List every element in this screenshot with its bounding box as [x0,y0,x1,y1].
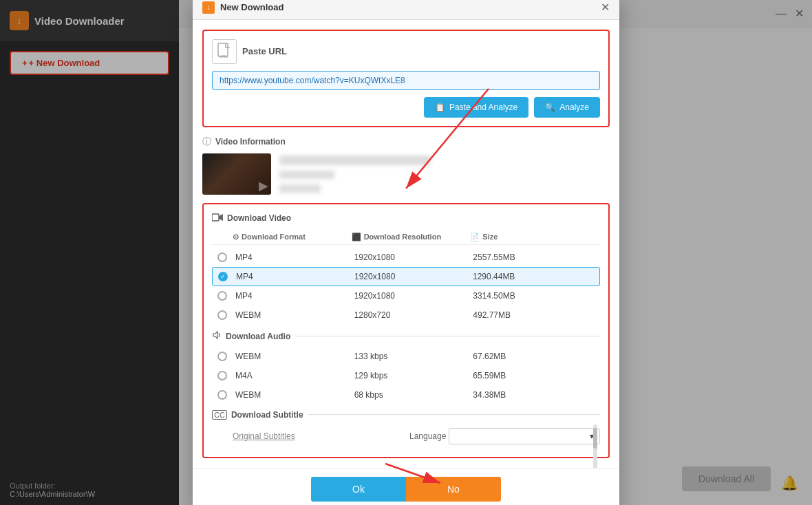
audio-format-2: M4A [233,371,352,380]
format-row-3[interactable]: MP4 1920x1080 3314.50MB [212,286,600,305]
dialog-title-left: ↓ New Download [202,1,284,14]
radio-cell-1 [212,252,233,262]
subtitle-section-header: CC Download Subtitle [212,405,600,424]
radio-cell-2 [213,272,233,281]
scrollbar-track[interactable] [593,425,597,468]
scrollbar-thumb[interactable] [593,428,597,449]
format-row-2[interactable]: MP4 1920x1080 1290.44MB [212,267,600,286]
dialog: ↓ New Download ✕ URL Paste URL [193,0,619,505]
resolution-col-icon: ⬛ [352,233,361,241]
format-col-icon: ⊙ [233,233,239,241]
audio-bitrate-2: 129 kbps [352,371,471,380]
audio-size-2: 65.59MB [470,371,589,380]
audio-radio-3[interactable] [217,390,227,400]
audio-row-2[interactable]: M4A 129 kbps 65.59MB [212,366,600,385]
subtitle-row: Original Subtitles Language ▾ [212,424,600,449]
dialog-logo-icon: ↓ [202,1,215,14]
audio-radio-cell-3 [212,390,233,400]
video-duration-blurred [279,184,321,193]
resolution-cell-2: 1920x1080 [352,272,470,281]
resolution-cell-3: 1920x1080 [352,291,471,301]
video-info-section: ⓘ Video Information ▶ [202,136,610,195]
radio-cell-3 [212,291,233,301]
download-video-label: Download Video [227,213,291,223]
original-subtitles-link[interactable]: Original Subtitles [212,431,403,441]
audio-row-1[interactable]: WEBM 133 kbps 67.62MB [212,347,600,366]
ok-button[interactable]: Ok [311,477,406,502]
audio-divider [295,336,600,336]
format-cell-2: MP4 [233,272,352,281]
audio-bitrate-3: 68 kbps [352,390,471,400]
search-icon: 🔍 [545,103,555,112]
audio-row-3[interactable]: WEBM 68 kbps 34.38MB [212,385,600,405]
dialog-footer: Ok No [193,468,619,506]
format-table-header: ⊙ Download Format ⬛ Download Resolution … [212,230,600,245]
dialog-body: URL Paste URL 📋 Paste and Analyze 🔍 [193,20,619,468]
svg-text:URL: URL [220,54,228,58]
svg-marker-3 [219,214,223,221]
audio-size-1: 67.62MB [470,352,589,361]
size-cell-1: 2557.55MB [470,252,589,262]
audio-size-3: 34.38MB [470,390,589,400]
audio-radio-cell-2 [212,371,233,380]
video-info-header: ⓘ Video Information [202,136,610,148]
no-button[interactable]: No [406,477,501,502]
url-section: URL Paste URL 📋 Paste and Analyze 🔍 [202,30,610,127]
radio-button-2[interactable] [218,272,228,281]
audio-format-3: WEBM [233,390,352,400]
play-icon: ▶ [259,178,268,193]
video-title-blurred [279,155,431,165]
size-cell-4: 492.77MB [470,310,589,320]
analyze-button[interactable]: 🔍 Analyze [534,97,600,118]
audio-icon [212,330,222,343]
video-thumbnail: ▶ [202,153,271,195]
dialog-title: New Download [220,2,284,12]
audio-section-header: Download Audio [212,325,600,347]
audio-bitrate-1: 133 kbps [352,352,471,361]
url-input[interactable] [212,71,600,90]
url-label: Paste URL [242,46,287,56]
size-col-icon: 📄 [470,233,480,241]
language-label: Language [409,431,446,441]
dialog-titlebar: ↓ New Download ✕ [193,0,619,20]
paste-analyze-button[interactable]: 📋 Paste and Analyze [424,97,528,118]
format-cell-1: MP4 [233,252,352,262]
subtitle-divider [308,414,600,415]
resolution-cell-1: 1920x1080 [352,252,471,262]
download-video-section: Download Video ⊙ Download Format ⬛ Downl… [202,203,610,458]
audio-format-1: WEBM [233,352,352,361]
format-table: ⊙ Download Format ⬛ Download Resolution … [212,230,600,325]
audio-radio-1[interactable] [217,352,227,361]
info-icon: ⓘ [202,136,211,148]
size-cell-2: 1290.44MB [470,272,588,281]
paste-icon: 📋 [435,103,445,112]
url-row [212,71,600,90]
url-file-icon: URL [212,39,237,64]
resolution-col-header: ⬛ Download Resolution [352,233,471,241]
radio-button-3[interactable] [217,291,227,301]
modal-overlay: ↓ New Download ✕ URL Paste URL [0,0,812,505]
url-buttons: 📋 Paste and Analyze 🔍 Analyze [212,97,600,118]
download-video-header: Download Video [212,213,600,224]
video-icon [212,213,223,224]
format-col-header: ⊙ Download Format [233,233,352,241]
format-row-1[interactable]: MP4 1920x1080 2557.55MB [212,248,600,267]
video-info-row: ▶ [202,153,610,195]
format-row-4[interactable]: WEBM 1280x720 492.77MB [212,305,600,325]
audio-radio-cell-1 [212,352,233,361]
radio-cell-4 [212,310,233,320]
radio-button-1[interactable] [217,252,227,262]
video-views-blurred [279,171,334,179]
download-audio-label: Download Audio [226,332,290,341]
cc-icon: CC [212,410,227,420]
format-cell-3: MP4 [233,291,352,301]
dialog-close-button[interactable]: ✕ [601,2,610,13]
radio-button-4[interactable] [217,310,227,320]
subtitle-lang-select: Language ▾ [409,428,600,444]
resolution-cell-4: 1280x720 [352,310,471,320]
audio-radio-2[interactable] [217,371,227,380]
svg-rect-2 [212,214,219,221]
language-dropdown[interactable]: ▾ [449,428,600,444]
size-cell-3: 3314.50MB [470,291,589,301]
download-subtitle-label: Download Subtitle [231,410,303,420]
